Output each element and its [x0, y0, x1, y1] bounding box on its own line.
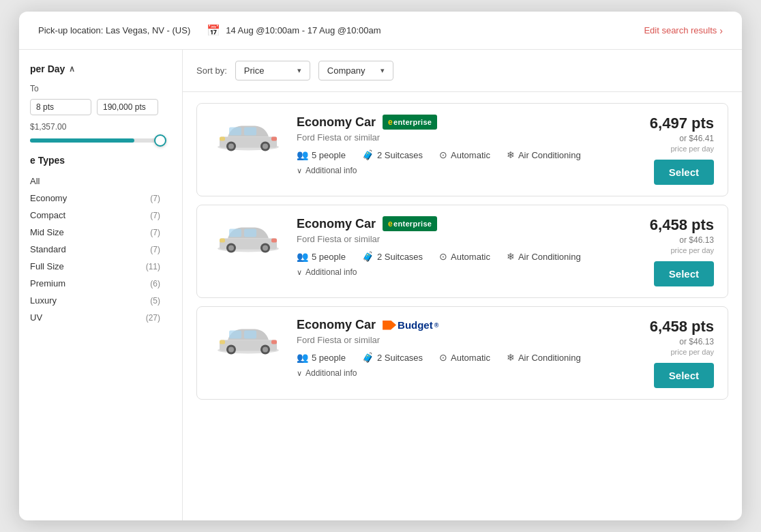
budget-icon: [383, 321, 396, 330]
car-features: 👥 5 people 🧳 2 Suitcases ⊙ Automatic ❄ A…: [297, 251, 614, 262]
price-inputs: 8 pts 190,000 pts: [19, 99, 171, 115]
price-per-day: price per day: [670, 246, 714, 254]
car-price: 6,458 pts or $46.13 price per day Select: [625, 216, 714, 286]
transmission-feature: ⊙ Automatic: [439, 149, 490, 160]
chevron-right-icon: ›: [719, 25, 723, 36]
sidebar-item-luxury[interactable]: Luxury (5): [19, 292, 171, 309]
chevron-down-icon-2: ▾: [380, 66, 385, 75]
ac-feature: ❄ Air Conditioning: [507, 251, 581, 262]
vehicle-type-count: (5): [150, 296, 160, 306]
ac-label: Air Conditioning: [518, 150, 581, 160]
automatic-icon: ⊙: [439, 251, 447, 262]
ac-icon: ❄: [507, 352, 515, 363]
transmission-label: Automatic: [451, 150, 490, 160]
additional-info-toggle[interactable]: ∨ Additional info: [297, 368, 614, 378]
people-icon: 👥: [297, 251, 308, 262]
dates-section: 📅 14 Aug @10:00am - 17 Aug @10:00am: [207, 24, 380, 37]
sidebar-item-full-size[interactable]: Full Size (11): [19, 258, 171, 275]
sidebar-item-standard[interactable]: Standard (7): [19, 241, 171, 258]
select-button[interactable]: Select: [654, 160, 714, 185]
edit-search-button[interactable]: Edit search results ›: [644, 25, 723, 36]
car-image: [211, 318, 286, 359]
price-slider[interactable]: [30, 138, 160, 143]
vehicle-type-count: (27): [146, 313, 160, 323]
header: Pick-up location: Las Vegas, NV - (US) 📅…: [19, 12, 742, 50]
suitcase-count: 2 Suitcases: [377, 353, 423, 363]
car-features: 👥 5 people 🧳 2 Suitcases ⊙ Automatic ❄ A…: [297, 352, 614, 363]
car-subtitle: Ford Fiesta or similar: [297, 132, 614, 143]
svg-point-15: [228, 246, 234, 251]
sidebar-item-economy[interactable]: Economy (7): [19, 190, 171, 207]
price-pts: 6,497 pts: [650, 115, 714, 132]
car-image: [211, 115, 286, 156]
vehicle-type-label: Compact: [30, 210, 65, 220]
sidebar-item-premium[interactable]: Premium (6): [19, 275, 171, 292]
svg-rect-12: [229, 229, 241, 237]
vehicle-type-label: Luxury: [30, 295, 57, 306]
vehicle-types-list: All Economy (7)Compact (7)Mid Size (7)St…: [19, 173, 171, 326]
car-card-0: Economy Car eenterprise Ford Fiesta or s…: [196, 103, 728, 196]
price-max-input[interactable]: 190,000 pts: [97, 99, 158, 115]
suitcases-feature: 🧳 2 Suitcases: [362, 352, 423, 363]
sort-price-select[interactable]: Price ▾: [235, 61, 310, 80]
vehicle-type-label: Full Size: [30, 261, 64, 271]
svg-point-27: [263, 347, 268, 353]
car-card-1: Economy Car eenterprise Ford Fiesta or s…: [196, 205, 728, 298]
car-title-row: Economy Car Budget®: [297, 318, 614, 332]
vehicle-type-count: (7): [150, 194, 160, 203]
additional-info-toggle[interactable]: ∨ Additional info: [297, 267, 614, 277]
price-alt: or $46.13: [679, 337, 714, 346]
people-count: 5 people: [312, 252, 346, 262]
vehicle-type-label: Mid Size: [30, 227, 64, 237]
vehicle-type-label: Standard: [30, 244, 66, 254]
sidebar-item-compact[interactable]: Compact (7): [19, 207, 171, 224]
svg-rect-2: [229, 128, 241, 136]
sidebar: per Day ∧ To 8 pts 190,000 pts $1,357.00…: [19, 50, 183, 520]
additional-info-toggle[interactable]: ∨ Additional info: [297, 166, 614, 175]
svg-rect-23: [244, 331, 256, 339]
svg-rect-29: [271, 340, 277, 344]
sort-company-select[interactable]: Company ▾: [318, 61, 393, 80]
price-alt: or $46.41: [679, 134, 714, 143]
car-features: 👥 5 people 🧳 2 Suitcases ⊙ Automatic ❄ A…: [297, 149, 614, 160]
sidebar-item-all[interactable]: All: [19, 173, 171, 190]
svg-rect-18: [220, 239, 225, 243]
people-feature: 👥 5 people: [297, 251, 346, 262]
car-svg: [214, 318, 282, 359]
suitcase-icon: 🧳: [362, 352, 374, 363]
suitcase-count: 2 Suitcases: [377, 150, 423, 160]
select-button[interactable]: Select: [654, 261, 714, 286]
transmission-label: Automatic: [451, 353, 490, 363]
enterprise-e-icon: e: [388, 117, 393, 127]
svg-rect-28: [220, 340, 225, 344]
price-display: $1,357.00: [19, 122, 171, 132]
main-layout: per Day ∧ To 8 pts 190,000 pts $1,357.00…: [19, 50, 742, 520]
car-price: 6,497 pts or $46.41 price per day Select: [625, 115, 714, 185]
slider-fill: [30, 138, 134, 143]
slider-thumb[interactable]: [154, 134, 166, 147]
ac-feature: ❄ Air Conditioning: [507, 352, 581, 363]
price-section-title: per Day ∧: [19, 63, 171, 74]
select-button[interactable]: Select: [654, 363, 714, 388]
dates-label: 14 Aug @10:00am - 17 Aug @10:00am: [226, 25, 380, 35]
car-info: Economy Car eenterprise Ford Fiesta or s…: [297, 216, 614, 277]
svg-point-25: [228, 347, 234, 353]
sort-by-label: Sort by:: [196, 65, 227, 76]
car-info: Economy Car Budget® Ford Fiesta or simil…: [297, 318, 614, 378]
vehicle-type-count: (7): [150, 228, 160, 237]
people-count: 5 people: [312, 353, 346, 363]
svg-rect-22: [229, 331, 241, 339]
price-per-day: price per day: [670, 145, 714, 153]
additional-info-label: Additional info: [305, 368, 357, 378]
additional-info-label: Additional info: [305, 166, 357, 175]
pickup-location: Pick-up location: Las Vegas, NV - (US): [38, 25, 190, 35]
svg-point-17: [263, 246, 268, 251]
svg-rect-3: [244, 128, 256, 136]
price-min-input[interactable]: 8 pts: [30, 99, 91, 115]
budget-text: Budget: [398, 319, 433, 331]
people-icon: 👥: [297, 149, 308, 160]
car-info: Economy Car eenterprise Ford Fiesta or s…: [297, 115, 614, 175]
sidebar-item-mid-size[interactable]: Mid Size (7): [19, 224, 171, 241]
sidebar-item-uv[interactable]: UV (27): [19, 309, 171, 326]
svg-rect-9: [271, 137, 277, 141]
